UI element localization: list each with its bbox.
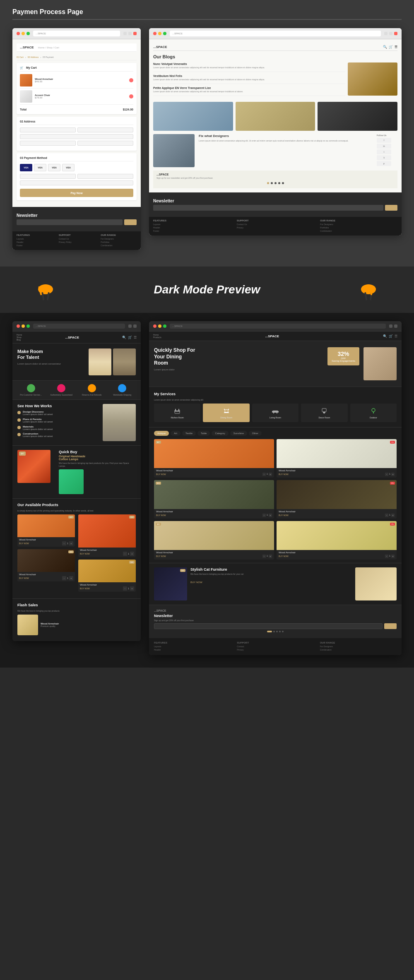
close-btn[interactable] bbox=[133, 32, 137, 35]
qty-plus-3[interactable]: + bbox=[130, 552, 134, 556]
footer-link-3[interactable]: Footer bbox=[17, 244, 53, 247]
dark-footer-link-3[interactable]: Contact bbox=[237, 645, 313, 648]
prod-r-buy-btn-6[interactable]: BUY NOW bbox=[279, 555, 289, 557]
prod-r-plus-1[interactable]: + bbox=[269, 473, 272, 476]
linkedin-btn[interactable]: li bbox=[377, 155, 391, 160]
qty-minus-3[interactable]: - bbox=[123, 552, 127, 556]
visa-card-4[interactable]: VISA bbox=[62, 164, 75, 171]
prod-r-buy-btn-4[interactable]: BUY NOW bbox=[279, 514, 289, 516]
prod-r-minus-5[interactable]: - bbox=[262, 555, 266, 558]
prod-r-plus-6[interactable]: + bbox=[391, 555, 395, 558]
prod-r-minus-1[interactable]: - bbox=[262, 473, 266, 476]
min-btn[interactable] bbox=[123, 32, 127, 35]
max-btn[interactable] bbox=[128, 32, 132, 35]
search-icon[interactable]: 🔍 bbox=[383, 45, 387, 49]
blog-footer-link-2[interactable]: Header bbox=[153, 226, 231, 229]
dark-search-icon[interactable]: 🔍 bbox=[122, 336, 126, 339]
footer-link-8[interactable]: Combination bbox=[101, 244, 137, 247]
dark-right-cart-icon[interactable]: 🛒 bbox=[389, 334, 393, 338]
blog-max-btn[interactable] bbox=[389, 32, 392, 35]
dark-footer-link-1[interactable]: Layouts bbox=[154, 645, 231, 648]
prod-r-buy-btn-2[interactable]: BUY NOW bbox=[279, 473, 289, 476]
cart-icon[interactable]: 🛒 bbox=[389, 45, 393, 49]
dr-min[interactable] bbox=[389, 324, 392, 328]
dark-footer-link-2[interactable]: Header bbox=[154, 649, 231, 651]
nav-dot-1[interactable] bbox=[267, 182, 269, 184]
p-dot-5[interactable] bbox=[282, 631, 284, 632]
city-field[interactable] bbox=[20, 141, 76, 146]
dark-footer-link-6[interactable]: Combination bbox=[320, 649, 397, 651]
zip-field[interactable] bbox=[77, 141, 133, 146]
prod-r-buy-btn-5[interactable]: BUY NOW bbox=[156, 555, 166, 557]
blog-footer-link-5[interactable]: Privacy bbox=[237, 226, 314, 229]
menu-icon[interactable]: ☰ bbox=[395, 45, 397, 49]
qty-minus-2[interactable]: - bbox=[62, 576, 66, 580]
footer-link-4[interactable]: Contact Us bbox=[59, 238, 95, 240]
footer-link-7[interactable]: Portfolios bbox=[101, 241, 137, 243]
facebook-btn[interactable]: f bbox=[377, 138, 391, 143]
cat-buy-btn[interactable]: BUY NOW bbox=[190, 581, 202, 584]
dark-cart-icon[interactable]: 🛒 bbox=[128, 336, 132, 339]
dark-nav-link-3[interactable]: Blog bbox=[17, 339, 22, 341]
p-dot-2[interactable] bbox=[273, 631, 275, 632]
card-expiry-field[interactable] bbox=[77, 174, 133, 179]
newsletter-input-payment[interactable] bbox=[17, 219, 123, 225]
blog-newsletter-btn[interactable] bbox=[385, 205, 397, 211]
service-card-outdoor[interactable]: Outdoor bbox=[350, 404, 397, 422]
p-dot-4[interactable] bbox=[279, 631, 281, 632]
card-name-field[interactable] bbox=[20, 180, 133, 185]
service-card-dining[interactable]: Dining Room bbox=[203, 404, 249, 422]
prod-r-minus-4[interactable]: - bbox=[385, 514, 388, 517]
nav-dot-4[interactable] bbox=[278, 182, 280, 184]
dark-right-search-icon[interactable]: 🔍 bbox=[383, 334, 387, 338]
buy-btn-1[interactable]: BUY NOW bbox=[19, 542, 29, 545]
footer-link-6[interactable]: For Designers bbox=[101, 238, 137, 240]
p-dot-3[interactable] bbox=[276, 631, 278, 632]
prod-r-minus-3[interactable]: - bbox=[262, 514, 266, 517]
prod-r-plus-2[interactable]: + bbox=[391, 473, 395, 476]
blog-min-btn[interactable] bbox=[384, 32, 388, 35]
filter-antique[interactable]: Antique bbox=[154, 431, 169, 436]
dark-newsletter-input[interactable] bbox=[154, 623, 383, 629]
blog-footer-link-1[interactable]: Layouts bbox=[153, 223, 231, 226]
address-field[interactable] bbox=[20, 134, 133, 139]
dl-max[interactable] bbox=[133, 324, 137, 328]
prod-r-buy-btn-3[interactable]: BUY NOW bbox=[156, 514, 166, 516]
blog-footer-link-8[interactable]: Combination bbox=[320, 230, 397, 232]
first-name-field[interactable] bbox=[20, 127, 76, 132]
footer-link-5[interactable]: Privacy Policy bbox=[59, 241, 95, 243]
dark-right-nav-2[interactable]: Products bbox=[153, 336, 161, 339]
nav-dot-5[interactable] bbox=[282, 182, 284, 184]
blog-footer-link-7[interactable]: Portfolios bbox=[320, 226, 397, 229]
filter-sunshine[interactable]: Sunshine bbox=[230, 431, 247, 436]
nav-dot-3[interactable] bbox=[274, 182, 277, 184]
buy-btn-2[interactable]: BUY NOW bbox=[19, 577, 29, 579]
prod-r-minus-6[interactable]: - bbox=[385, 555, 388, 558]
qty-minus-1[interactable]: - bbox=[62, 541, 66, 545]
dr-max[interactable] bbox=[394, 324, 397, 328]
filter-art[interactable]: Art bbox=[171, 431, 181, 436]
blog-footer-link-4[interactable]: Contact Us bbox=[237, 223, 314, 226]
dark-footer-link-5[interactable]: For Designers bbox=[320, 645, 397, 648]
dl-min[interactable] bbox=[128, 324, 132, 328]
newsletter-btn-payment[interactable] bbox=[124, 219, 137, 225]
prod-r-minus-2[interactable]: - bbox=[385, 473, 388, 476]
qty-plus-2[interactable]: + bbox=[69, 576, 73, 580]
blog-footer-link-3[interactable]: Footer bbox=[153, 230, 231, 232]
footer-link-1[interactable]: Layouts bbox=[17, 238, 53, 240]
visa-card-1[interactable]: VISA bbox=[20, 164, 32, 171]
twitter-btn[interactable]: t bbox=[377, 149, 391, 154]
blog-newsletter-input[interactable] bbox=[153, 205, 383, 211]
visa-card-2[interactable]: VISA bbox=[34, 164, 46, 171]
service-card-decor[interactable]: Decor Room bbox=[301, 404, 347, 422]
item1-delete[interactable] bbox=[129, 78, 133, 82]
p-dot-1[interactable] bbox=[267, 631, 272, 632]
qty-minus-4[interactable]: - bbox=[123, 586, 127, 591]
service-card-living[interactable]: Living Room bbox=[252, 404, 298, 422]
blog-close-btn[interactable] bbox=[394, 32, 397, 35]
prod-r-plus-5[interactable]: + bbox=[269, 555, 272, 558]
filter-category[interactable]: Category bbox=[212, 431, 228, 436]
buy-btn-4[interactable]: BUY NOW bbox=[80, 587, 90, 590]
dark-newsletter-btn[interactable] bbox=[384, 623, 397, 629]
buy-btn-3[interactable]: BUY NOW bbox=[80, 552, 90, 555]
